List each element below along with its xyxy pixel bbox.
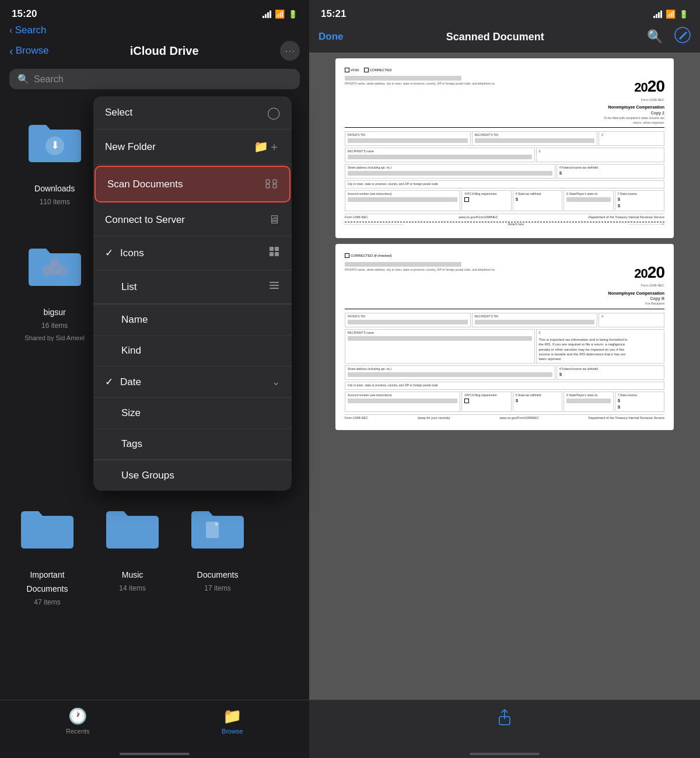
menu-item-use-groups[interactable]: Use Groups: [93, 460, 292, 491]
form-irs-link-2: www.irs.gov/Form1099NEC: [499, 416, 539, 421]
svg-rect-16: [270, 288, 279, 289]
nav-bar-left: ‹ Browse iCloud Drive ⋯: [0, 39, 309, 67]
home-indicator-left: [0, 752, 309, 758]
search-icon-right[interactable]: 🔍: [647, 29, 663, 44]
browse-label[interactable]: Browse: [16, 45, 49, 57]
menu-label-date: Date: [120, 376, 272, 388]
menu-item-tags[interactable]: Tags: [93, 429, 292, 460]
more-dots-icon: ⋯: [285, 44, 295, 57]
menu-item-new-folder[interactable]: New Folder 📁＋: [93, 130, 292, 165]
form-copy-2: Copy B: [650, 296, 665, 302]
content-area: ⬇ Downloads 110 items: [0, 96, 309, 700]
form-copy-desc-1: To be filed with recipient's state incom…: [594, 116, 664, 125]
menu-item-name[interactable]: Name: [93, 305, 292, 336]
folder-item-important-documents[interactable]: Important Documents 47 items: [9, 490, 85, 606]
battery-icon: 🔋: [288, 10, 298, 19]
tab-bar-left: 🕐 Recents 📁 Browse: [0, 700, 309, 752]
svg-text:⬇: ⬇: [50, 139, 59, 151]
folder-name-downloads: Downloads: [34, 184, 75, 193]
back-label[interactable]: Search: [15, 25, 47, 36]
menu-item-connect-server[interactable]: Connect to Server 🖥: [93, 204, 292, 236]
right-panel: 15:21 📶 🔋 Done Scanned Document 🔍: [309, 0, 700, 758]
nav-title-left: iCloud Drive: [130, 44, 199, 58]
svg-point-5: [50, 257, 60, 266]
menu-label-kind: Kind: [121, 345, 280, 357]
battery-icon-right: 🔋: [679, 10, 688, 19]
nav-bar-right: Done Scanned Document 🔍: [309, 25, 700, 53]
form-irs-link-1: www.irs.gov/Form1099NEC: [459, 215, 498, 220]
menu-item-list[interactable]: List: [93, 270, 292, 304]
folder-icon-bigsur: [26, 242, 84, 288]
form-id-label-1: Form 1099-NEC: [641, 98, 664, 103]
tab-label-recents: Recents: [66, 728, 89, 735]
time-left: 15:20: [12, 8, 37, 20]
menu-item-select[interactable]: Select ◯: [93, 96, 292, 130]
nav-title-right: Scanned Document: [446, 31, 544, 43]
folder-count-bigsur: 16 items: [41, 322, 68, 330]
right-nav-icons: 🔍: [647, 27, 691, 47]
home-indicator-right: [309, 752, 700, 758]
corrected-if-checked: CORRECTED (if checked): [351, 253, 392, 258]
menu-label-name: Name: [121, 314, 280, 326]
menu-label-tags: Tags: [121, 438, 280, 450]
folder-name-important2: Documents: [27, 584, 68, 593]
folder-icon-documents: [188, 504, 247, 551]
recents-icon: 🕐: [68, 707, 87, 725]
search-bar[interactable]: 🔍 Search: [9, 69, 300, 89]
wifi-icon: 📶: [275, 9, 285, 19]
svg-rect-11: [275, 247, 279, 251]
form-content-1: VOID CORRECTED PAYER'S name, street addr…: [345, 68, 664, 226]
menu-item-scan-documents[interactable]: Scan Documents: [94, 166, 290, 202]
folder-name-bigsur: bigsur: [44, 308, 66, 317]
folder-icon-downloads: ⬇: [26, 118, 84, 165]
form-number-bottom-1: Form 1099-NEC: [345, 215, 368, 220]
form-title-2: Nonemployee Compensation: [608, 291, 664, 296]
home-bar-right: [470, 753, 540, 755]
search-icon: 🔍: [18, 74, 29, 85]
status-bar-right: 15:21 📶 🔋: [309, 0, 700, 25]
select-circle-icon: ◯: [267, 106, 280, 120]
status-bar-left: 15:20 📶 🔋: [0, 0, 309, 25]
menu-label-select: Select: [105, 107, 267, 118]
form-title-1: Nonemployee Compensation: [608, 104, 664, 110]
document-viewer: VOID CORRECTED PAYER'S name, street addr…: [309, 53, 700, 700]
browse-icon: 📁: [223, 707, 242, 725]
menu-label-list: List: [121, 281, 268, 293]
new-folder-icon: 📁＋: [254, 139, 280, 155]
svg-rect-12: [270, 252, 274, 256]
svg-rect-9: [273, 184, 276, 188]
menu-item-icons[interactable]: ✓ Icons: [93, 236, 292, 270]
folder-count-important: 47 items: [34, 598, 60, 606]
time-right: 15:21: [321, 8, 346, 20]
more-button[interactable]: ⋯: [280, 41, 300, 61]
menu-item-size[interactable]: Size: [93, 398, 292, 429]
back-chevron-icon: ‹: [9, 25, 13, 36]
void-label: VOID: [351, 68, 359, 72]
form-dept-2: Department of the Treasury Internal Reve…: [589, 416, 664, 421]
wifi-icon-right: 📶: [666, 9, 676, 19]
share-button[interactable]: [496, 708, 513, 730]
folder-item-downloads[interactable]: ⬇ Downloads 110 items: [9, 103, 100, 206]
menu-item-kind[interactable]: Kind: [93, 336, 292, 366]
form-year-1: 2020: [634, 75, 664, 97]
svg-rect-8: [266, 184, 270, 188]
folder-item-documents[interactable]: Documents 17 items: [180, 490, 256, 606]
folder-name-documents: Documents: [197, 570, 239, 579]
menu-label-icons: Icons: [120, 247, 268, 259]
tab-recents[interactable]: 🕐 Recents: [66, 707, 89, 735]
menu-item-date[interactable]: ✓ Date ⌄: [93, 366, 292, 398]
markup-icon[interactable]: [674, 27, 691, 47]
done-button[interactable]: Done: [318, 31, 344, 43]
folder-count-music: 14 items: [119, 584, 145, 592]
form-copy-1: Copy 2: [651, 110, 664, 116]
svg-rect-15: [270, 285, 279, 286]
browse-back-btn[interactable]: ‹ Browse: [9, 44, 48, 58]
icons-check: ✓: [105, 247, 113, 259]
search-placeholder: Search: [34, 74, 64, 85]
tab-browse[interactable]: 📁 Browse: [222, 707, 243, 735]
folder-item-bigsur[interactable]: bigsur 16 items Shared by Sid Ameel: [9, 227, 100, 341]
folder-item-music[interactable]: Music 14 items: [94, 490, 170, 606]
form-content-2: CORRECTED (if checked) PAYER'S name, str…: [345, 253, 664, 421]
folder-icon-music: [103, 504, 162, 551]
menu-label-new-folder: New Folder: [105, 141, 254, 153]
